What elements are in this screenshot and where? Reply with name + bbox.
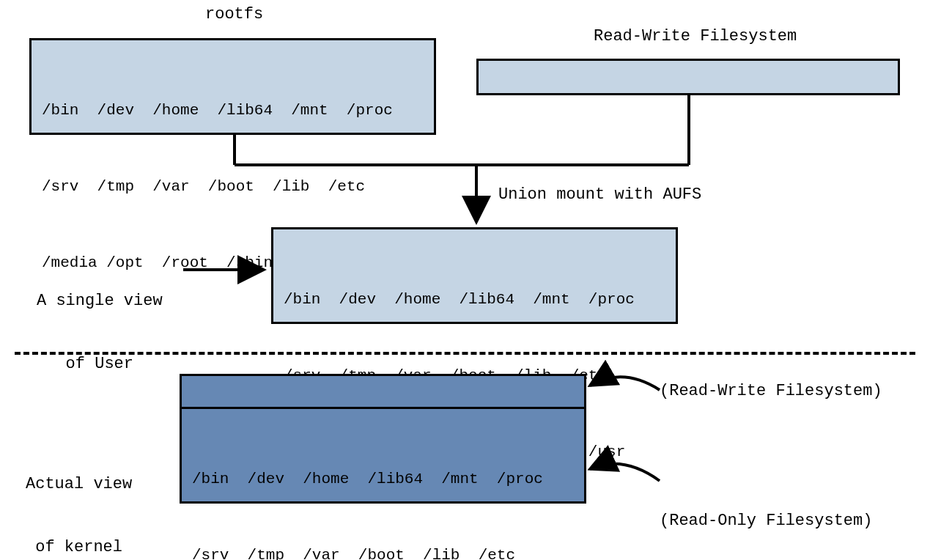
rw-title: Read-Write Filesystem: [594, 26, 797, 48]
unified-row1: /bin /dev /home /lib64 /mnt /proc: [284, 287, 665, 313]
single-view-l2: of User: [37, 354, 163, 375]
rootfs-row2: /srv /tmp /var /boot /lib /etc: [42, 174, 424, 200]
kernel-rw-label: (Read-Write Filesystem): [660, 381, 882, 402]
unified-box: /bin /dev /home /lib64 /mnt /proc /srv /…: [271, 227, 678, 324]
diagram-stage: rootfs /bin /dev /home /lib64 /mnt /proc…: [0, 0, 930, 560]
kernel-ro-l1: (Read-Only Filesystem): [660, 511, 872, 532]
single-view-l1: A single view: [37, 291, 163, 312]
rootfs-box: /bin /dev /home /lib64 /mnt /proc /srv /…: [29, 38, 436, 135]
rootfs-title: rootfs: [205, 4, 263, 26]
kernel-row1: /bin /dev /home /lib64 /mnt /proc: [192, 467, 574, 493]
kernel-ro-label: (Read-Only Filesystem) (rootfs): [660, 469, 872, 560]
divider-dashed: [15, 352, 915, 355]
kernel-row2: /srv /tmp /var /boot /lib /etc: [192, 543, 574, 560]
actual-view-l1: Actual view: [26, 474, 132, 495]
kernel-ro-layer: /bin /dev /home /lib64 /mnt /proc /srv /…: [180, 407, 586, 504]
actual-view-label: Actual view of kernel: [26, 432, 132, 560]
union-caption: Union mount with AUFS: [498, 185, 701, 206]
rootfs-row1: /bin /dev /home /lib64 /mnt /proc: [42, 98, 424, 124]
actual-view-l2: of kernel: [26, 537, 132, 559]
single-view-label: A single view of User: [37, 249, 163, 417]
rw-box: [476, 59, 900, 95]
kernel-rw-layer: [180, 374, 586, 409]
